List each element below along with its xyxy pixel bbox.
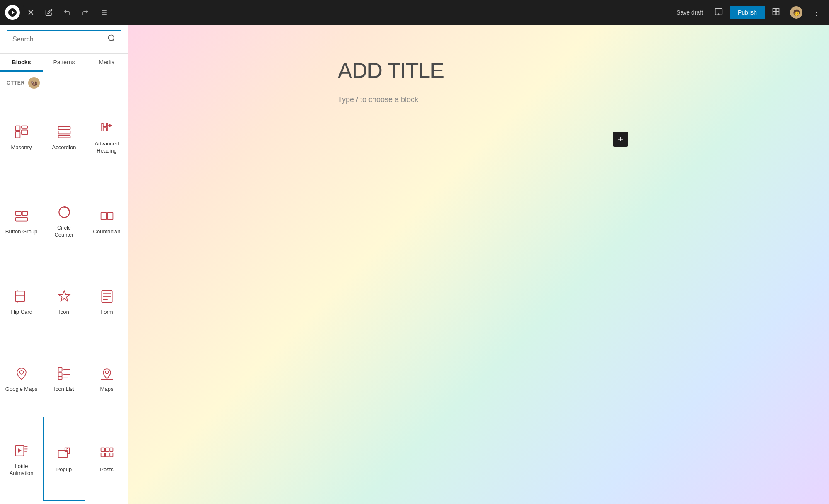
otter-header: OTTER 🦦	[0, 72, 128, 91]
svg-rect-53	[105, 448, 109, 452]
block-item-masonry[interactable]: Masonry	[0, 94, 43, 179]
button-group-label: Button Group	[5, 228, 37, 235]
block-item-icon-list[interactable]: Icon List	[43, 339, 85, 417]
undo-button[interactable]	[60, 5, 75, 20]
masonry-icon	[13, 124, 30, 140]
svg-line-14	[113, 40, 115, 41]
block-grid: Masonry Accordion H +	[0, 91, 128, 504]
block-item-circle-counter[interactable]: Circle Counter	[43, 179, 85, 263]
redo-button[interactable]	[78, 5, 93, 20]
user-button[interactable]: 🧑	[787, 4, 806, 21]
circle-counter-icon	[56, 204, 73, 220]
publish-button[interactable]: Publish	[730, 6, 765, 19]
icon-list-icon	[56, 365, 73, 382]
google-maps-icon	[13, 365, 30, 382]
svg-rect-54	[110, 448, 113, 452]
more-options-button[interactable]: ⋮	[809, 5, 824, 20]
settings-button[interactable]	[768, 5, 783, 20]
editor-area: ADD TITLE Type / to choose a block +	[128, 25, 829, 504]
popup-label: Popup	[56, 466, 72, 473]
block-item-accordion[interactable]: Accordion	[43, 94, 85, 179]
block-item-posts[interactable]: Posts	[85, 417, 128, 501]
svg-rect-21	[58, 136, 70, 138]
icon-list-label: Icon List	[54, 386, 74, 393]
lottie-animation-label: Lottie Animation	[4, 463, 39, 477]
svg-point-44	[105, 371, 108, 374]
block-item-button-group[interactable]: Button Group	[0, 179, 43, 263]
flip-card-icon	[13, 288, 30, 305]
block-item-lottie-animation[interactable]: Lottie Animation	[0, 417, 43, 501]
svg-point-13	[109, 35, 114, 41]
svg-rect-57	[110, 453, 113, 457]
editor-content: ADD TITLE Type / to choose a block +	[313, 25, 645, 504]
svg-rect-39	[58, 373, 62, 376]
tab-blocks[interactable]: Blocks	[0, 54, 43, 72]
list-view-button[interactable]	[96, 5, 111, 20]
svg-text:+: +	[108, 123, 111, 129]
save-draft-button[interactable]: Save draft	[671, 7, 708, 18]
svg-rect-40	[58, 376, 62, 379]
search-area	[0, 25, 128, 54]
preview-button[interactable]	[711, 5, 726, 20]
block-item-flip-card[interactable]: Flip Card	[0, 263, 43, 340]
circle-counter-label: Circle Counter	[47, 225, 81, 239]
svg-text:H: H	[101, 122, 108, 133]
pencil-button[interactable]	[41, 5, 56, 20]
maps-label: Maps	[100, 386, 114, 393]
block-item-form[interactable]: Form	[85, 263, 128, 340]
block-item-popup[interactable]: Popup	[43, 417, 85, 501]
search-input[interactable]	[12, 36, 104, 43]
svg-rect-19	[58, 126, 70, 129]
advanced-heading-icon: H +	[99, 120, 115, 136]
icon-block-icon	[56, 288, 73, 305]
svg-rect-55	[101, 453, 104, 457]
block-item-advanced-heading[interactable]: H + Advanced Heading	[85, 94, 128, 179]
type-hint: Type / to choose a block	[338, 95, 620, 104]
otter-avatar: 🦦	[28, 77, 40, 89]
maps-icon	[99, 365, 115, 382]
svg-rect-20	[58, 131, 70, 134]
svg-rect-52	[101, 448, 104, 452]
popup-icon	[56, 446, 73, 462]
tabs-row: Blocks Patterns Media	[0, 54, 128, 72]
svg-rect-12	[773, 12, 776, 15]
svg-rect-18	[22, 130, 27, 134]
svg-rect-56	[105, 453, 109, 457]
block-item-icon[interactable]: Icon	[43, 263, 85, 340]
wp-logo-button[interactable]	[5, 5, 20, 20]
block-item-countdown[interactable]: Countdown	[85, 179, 128, 263]
svg-rect-11	[776, 12, 779, 15]
posts-label: Posts	[100, 466, 114, 473]
svg-rect-15	[15, 126, 20, 131]
svg-rect-38	[58, 367, 62, 371]
svg-rect-24	[15, 211, 21, 215]
tab-patterns[interactable]: Patterns	[43, 54, 85, 72]
page-title[interactable]: ADD TITLE	[338, 58, 620, 83]
svg-rect-29	[107, 212, 113, 220]
flip-card-label: Flip Card	[10, 309, 32, 316]
svg-rect-16	[22, 126, 27, 128]
add-block-button[interactable]: +	[613, 132, 628, 147]
countdown-icon	[99, 208, 115, 224]
sidebar: Blocks Patterns Media OTTER 🦦	[0, 25, 128, 504]
countdown-label: Countdown	[93, 228, 121, 235]
accordion-label: Accordion	[52, 144, 76, 151]
svg-rect-50	[58, 450, 67, 458]
form-label: Form	[100, 309, 113, 316]
block-item-maps[interactable]: Maps	[85, 339, 128, 417]
svg-rect-10	[776, 8, 779, 11]
button-group-icon	[13, 208, 30, 224]
svg-point-37	[19, 371, 23, 374]
main-layout: Blocks Patterns Media OTTER 🦦	[0, 25, 829, 504]
block-item-google-maps[interactable]: Google Maps	[0, 339, 43, 417]
svg-rect-30	[15, 291, 24, 301]
svg-rect-9	[773, 8, 776, 11]
svg-marker-32	[58, 291, 70, 301]
svg-rect-25	[22, 211, 27, 215]
tab-media[interactable]: Media	[85, 54, 128, 72]
svg-rect-28	[101, 212, 106, 220]
close-button[interactable]: ✕	[23, 5, 38, 20]
icon-label: Icon	[59, 309, 69, 316]
masonry-label: Masonry	[11, 144, 32, 151]
toolbar: ✕ Save draft Publish 🧑 ⋮	[0, 0, 829, 25]
